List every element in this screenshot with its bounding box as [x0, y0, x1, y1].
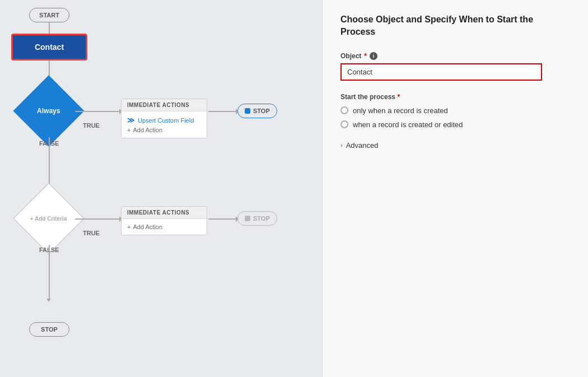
immediate-actions-header-1: IMMEDIATE ACTIONS: [122, 99, 207, 111]
radio-created-or-edited[interactable]: when a record is created or edited: [340, 120, 570, 129]
immediate-actions-box-1: IMMEDIATE ACTIONS ≫ Upsert Custom Field …: [121, 99, 207, 138]
radio-circle-1[interactable]: [340, 106, 348, 114]
chevron-right-icon: ›: [340, 142, 343, 148]
radio-only-created[interactable]: only when a record is created: [340, 106, 570, 115]
immediate-actions-body-2: + Add Action: [122, 219, 207, 235]
stop-dot-1: [245, 108, 250, 114]
advanced-label: Advanced: [346, 141, 379, 150]
stop-node-1[interactable]: STOP: [237, 104, 277, 118]
true-label-2: TRUE: [83, 230, 100, 236]
stop-label-2: STOP: [253, 215, 270, 222]
radio-circle-2[interactable]: [340, 120, 348, 128]
info-icon[interactable]: i: [370, 52, 377, 60]
upsert-icon: ≫: [127, 116, 135, 124]
add-action-label-1: Add Action: [133, 127, 162, 133]
advanced-row[interactable]: › Advanced: [340, 141, 570, 150]
start-node: START: [29, 8, 69, 22]
object-field-label: Object * i: [340, 52, 570, 60]
add-action-label-2: Add Action: [133, 224, 162, 230]
upsert-action-label: Upsert Custom Field: [138, 117, 194, 124]
contact-node[interactable]: Contact: [11, 34, 87, 60]
canvas-panel: START Contact Always TRUE IMMEDIATE ACTI…: [0, 0, 322, 377]
h-connector-4: [208, 218, 236, 220]
start-process-label: Start the process *: [340, 93, 570, 101]
panel-title: Choose Object and Specify When to Start …: [340, 13, 570, 39]
object-input[interactable]: [347, 68, 535, 76]
always-label: Always: [37, 107, 60, 115]
object-input-wrapper[interactable]: [340, 63, 542, 81]
contact-label: Contact: [35, 43, 64, 52]
bottom-stop-label: STOP: [41, 326, 58, 333]
plus-icon-2: +: [127, 224, 130, 230]
add-criteria-diamond: + Add Criteria: [13, 183, 84, 254]
h-connector-2: [208, 111, 236, 112]
add-action-1[interactable]: + Add Action: [127, 125, 201, 134]
h-connector-1: [75, 111, 120, 112]
radio-label-1: only when a record is created: [353, 106, 448, 115]
h-connector-3: [75, 218, 120, 220]
connector-addcriteria-stop: [49, 245, 50, 301]
stop-node-2[interactable]: STOP: [237, 211, 277, 226]
required-star-object: *: [364, 52, 367, 60]
immediate-actions-body-1: ≫ Upsert Custom Field + Add Action: [122, 111, 207, 138]
add-criteria-wrapper[interactable]: + Add Criteria: [24, 193, 74, 244]
always-diamond: Always: [13, 75, 84, 146]
stop-label-1: STOP: [253, 108, 270, 114]
add-criteria-label: + Add Criteria: [30, 215, 67, 221]
upsert-action[interactable]: ≫ Upsert Custom Field: [127, 115, 201, 125]
start-label: START: [39, 12, 59, 18]
stop-dot-2: [245, 216, 250, 221]
always-diamond-wrapper[interactable]: Always: [24, 86, 74, 136]
immediate-actions-header-2: IMMEDIATE ACTIONS: [122, 207, 207, 219]
true-label-1: TRUE: [83, 122, 100, 129]
connector-start-contact: [49, 22, 50, 35]
right-panel: Choose Object and Specify When to Start …: [322, 0, 588, 377]
add-action-2[interactable]: + Add Action: [127, 222, 201, 231]
immediate-actions-box-2: IMMEDIATE ACTIONS + Add Action: [121, 206, 207, 235]
radio-label-2: when a record is created or edited: [353, 120, 463, 129]
arrow-down-3: [46, 299, 51, 302]
bottom-stop-node: STOP: [29, 322, 69, 337]
radio-group: only when a record is created when a rec…: [340, 106, 570, 129]
required-star-process: *: [397, 93, 400, 101]
plus-icon-1: +: [127, 127, 130, 133]
